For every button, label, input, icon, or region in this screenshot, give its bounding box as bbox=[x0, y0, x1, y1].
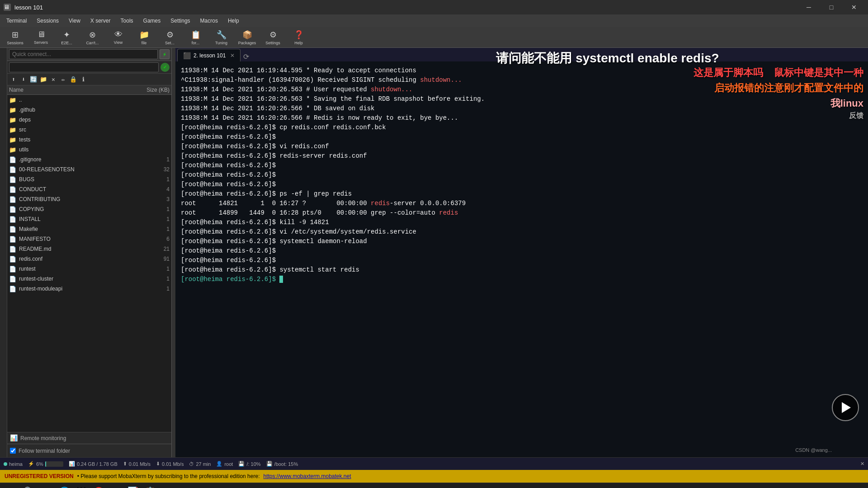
list-item[interactable]: 📄.gitignore1 bbox=[7, 155, 171, 164]
menu-games[interactable]: Games bbox=[139, 16, 165, 26]
tool-help[interactable]: ❓ Help bbox=[286, 28, 311, 47]
title-bar: 🖥 lesson 101 ─ □ ✕ bbox=[0, 0, 868, 14]
info-button[interactable]: ℹ bbox=[79, 75, 88, 84]
tool-tuning[interactable]: 🔧 Tuning bbox=[209, 28, 234, 47]
play-button-overlay[interactable] bbox=[832, 394, 859, 421]
taskbar-app3[interactable]: 🎯 bbox=[90, 484, 107, 488]
tool-view[interactable]: 👁 View bbox=[106, 28, 131, 47]
taskbar-search[interactable]: 🔍 bbox=[21, 484, 37, 488]
upload-button[interactable]: ⬆ bbox=[9, 75, 18, 84]
list-item[interactable]: 📄runtest-moduleapi1 bbox=[7, 284, 171, 294]
tool-settings[interactable]: ⚙ Settings bbox=[260, 28, 285, 47]
play-triangle-icon bbox=[842, 402, 851, 413]
tool-file[interactable]: 📁 file bbox=[132, 28, 156, 47]
menu-settings[interactable]: Settings bbox=[166, 16, 194, 26]
list-item[interactable]: 📁utils bbox=[7, 145, 171, 155]
list-item[interactable]: 📄00-RELEASENOTESN32 bbox=[7, 164, 171, 174]
list-item[interactable]: 📄runtest-cluster1 bbox=[7, 274, 171, 284]
taskbar-explorer[interactable]: 📁 bbox=[38, 484, 55, 488]
file-panel: ⚡ /usr/local/src/redis-6.2.6/ ✓ ⬆ ⬇ 🔄 📁 … bbox=[7, 48, 171, 457]
list-item[interactable]: 📄MANIFESTO6 bbox=[7, 234, 171, 244]
permissions-button[interactable]: 🔒 bbox=[69, 75, 78, 84]
close-button[interactable]: ✕ bbox=[844, 0, 864, 14]
list-item[interactable]: 📄redis.conf91 bbox=[7, 254, 171, 264]
file-name: src bbox=[19, 127, 133, 133]
tool-sessions[interactable]: ⊞ Sessions bbox=[3, 28, 28, 47]
file-list-header: Name Size (KB) bbox=[7, 85, 171, 95]
list-item[interactable]: 📄Makefie1 bbox=[7, 224, 171, 234]
quick-connect-button[interactable]: ⚡ bbox=[160, 49, 170, 59]
new-folder-button[interactable]: 📁 bbox=[39, 75, 48, 84]
file-name: utils bbox=[19, 146, 133, 153]
tool-for[interactable]: 📋 for... bbox=[183, 28, 208, 47]
list-item[interactable]: 📁.. bbox=[7, 95, 171, 105]
list-item[interactable]: 📁src bbox=[7, 125, 171, 135]
list-item[interactable]: 📄README.md21 bbox=[7, 244, 171, 254]
list-item[interactable]: 📄COPYING1 bbox=[7, 204, 171, 214]
taskbar-app2[interactable]: 🖼 bbox=[73, 484, 90, 488]
memory-icon: 📊 bbox=[69, 461, 75, 467]
bottom-bar: UNREGISTERED VERSION • Please support Mo… bbox=[0, 470, 868, 483]
tab-reload-button[interactable]: ⟳ bbox=[243, 52, 249, 61]
taskbar-app5[interactable]: 📝 bbox=[125, 484, 141, 488]
list-item[interactable]: 📄INSTALL1 bbox=[7, 214, 171, 224]
status-host: heima bbox=[4, 461, 23, 467]
tab-close-button[interactable]: ✕ bbox=[230, 52, 235, 59]
disk-icon: 💾 bbox=[238, 461, 245, 467]
menu-terminal[interactable]: Terminal bbox=[2, 16, 31, 26]
path-input[interactable]: /usr/local/src/redis-6.2.6/ bbox=[9, 62, 159, 72]
tool-servers[interactable]: 🖥 Servers bbox=[28, 28, 53, 47]
tool-set[interactable]: ⚙ Set... bbox=[157, 28, 182, 47]
list-item[interactable]: 📄CONTRIBUTING3 bbox=[7, 194, 171, 204]
mobaxterm-link[interactable]: https://www.mobaxterm.mobatek.net bbox=[263, 473, 351, 479]
terminal-area: 请问能不能用 systemctl enable redis? 这是属于脚本吗 鼠… bbox=[175, 48, 868, 457]
minimize-button[interactable]: ─ bbox=[798, 0, 819, 14]
menu-tools[interactable]: Tools bbox=[116, 16, 138, 26]
menu-help[interactable]: Help bbox=[223, 16, 244, 26]
file-size: 1 bbox=[133, 176, 170, 183]
taskbar-chrome[interactable]: 🌐 bbox=[56, 484, 72, 488]
list-item[interactable]: 📁deps bbox=[7, 115, 171, 125]
menu-view[interactable]: View bbox=[64, 16, 85, 26]
list-item[interactable]: 📄runtest1 bbox=[7, 264, 171, 274]
path-ok-button[interactable]: ✓ bbox=[160, 63, 170, 72]
file-icon: 📄 bbox=[9, 186, 17, 193]
quick-connect-input[interactable] bbox=[9, 49, 158, 59]
taskbar-app4[interactable]: 🗒 bbox=[108, 484, 124, 488]
status-indicator bbox=[4, 462, 7, 466]
tool-e2e[interactable]: ✦ E2E... bbox=[54, 28, 79, 47]
tab-lesson101[interactable]: ⬛ 2. lesson 101 ✕ bbox=[177, 49, 241, 61]
list-item[interactable]: 📁tests bbox=[7, 135, 171, 145]
file-size: 1 bbox=[133, 206, 170, 212]
menu-macros[interactable]: Macros bbox=[196, 16, 222, 26]
tool-cant[interactable]: ⊗ Can't... bbox=[80, 28, 105, 47]
left-sidebar: ⚡ /usr/local/src/redis-6.2.6/ ✓ ⬆ ⬇ 🔄 📁 … bbox=[0, 48, 172, 457]
chart-icon: 📊 bbox=[10, 434, 18, 442]
tab-bar: ⬛ 2. lesson 101 ✕ ⟳ bbox=[175, 48, 868, 62]
col-name-header: Name bbox=[9, 87, 133, 93]
delete-button[interactable]: ✕ bbox=[49, 75, 58, 84]
status-close[interactable]: ✕ bbox=[860, 461, 864, 467]
tool-packages[interactable]: 📦 Packages bbox=[235, 28, 259, 47]
status-upload: ⬆ 0.01 Mb/s bbox=[123, 461, 151, 467]
resize-handle[interactable] bbox=[172, 48, 175, 457]
menu-sessions[interactable]: Sessions bbox=[32, 16, 63, 26]
file-icon: 📄 bbox=[9, 156, 17, 163]
follow-terminal-label: Follow terminal folder bbox=[19, 448, 70, 454]
taskbar-app6[interactable]: 📋 bbox=[142, 484, 158, 488]
memory-value: 0.24 GB / 1.78 GB bbox=[77, 461, 118, 467]
list-item[interactable]: 📄CONDUCT4 bbox=[7, 184, 171, 194]
file-name: .gitignore bbox=[19, 156, 133, 163]
start-button[interactable]: ⊞ bbox=[2, 484, 20, 488]
rename-button[interactable]: ✏ bbox=[59, 75, 68, 84]
menu-xserver[interactable]: X server bbox=[86, 16, 115, 26]
user-icon: 👤 bbox=[216, 461, 222, 467]
list-item[interactable]: 📁.github bbox=[7, 105, 171, 115]
maximize-button[interactable]: □ bbox=[821, 0, 842, 14]
terminal-content[interactable]: 11938:M 14 Dec 2021 16:19:44.595 * Ready… bbox=[175, 62, 868, 457]
download-button[interactable]: ⬇ bbox=[19, 75, 28, 84]
list-item[interactable]: 📄BUGS1 bbox=[7, 174, 171, 184]
refresh-button[interactable]: 🔄 bbox=[29, 75, 38, 84]
follow-terminal-checkbox[interactable] bbox=[10, 448, 16, 454]
window-title: lesson 101 bbox=[14, 4, 43, 11]
